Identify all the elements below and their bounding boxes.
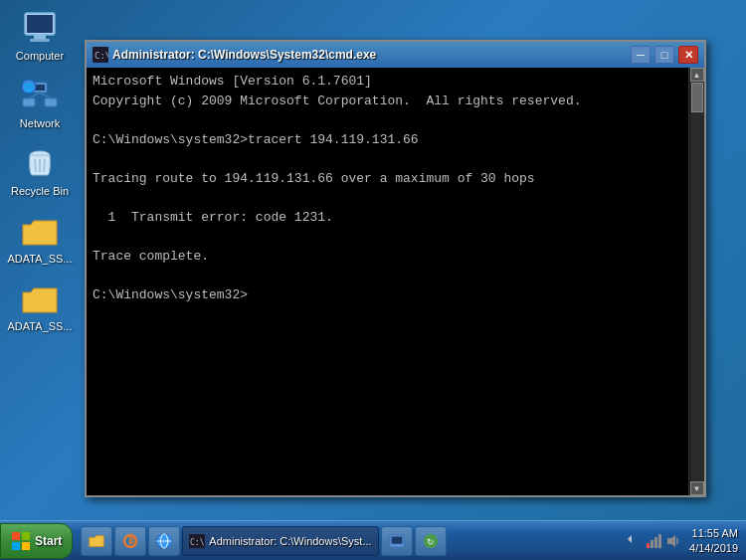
- taskbar-cmd-label: Administrator: C:\Windows\Syst...: [209, 535, 371, 547]
- tray-network-icon[interactable]: [646, 533, 661, 549]
- cmd-title: Administrator: C:\Windows\System32\cmd.e…: [112, 48, 627, 62]
- svg-rect-6: [23, 98, 35, 106]
- svg-rect-34: [647, 543, 650, 548]
- system-tray: 11:55 AM 4/14/2019: [618, 521, 746, 560]
- cmd-icon: C:\: [93, 47, 108, 63]
- scrollbar-down-button[interactable]: ▼: [690, 481, 704, 495]
- svg-rect-35: [651, 540, 653, 548]
- svg-rect-5: [35, 85, 45, 91]
- taskbar-app6[interactable]: ↻: [415, 526, 447, 556]
- scrollbar-track[interactable]: [690, 82, 704, 481]
- svg-line-13: [35, 159, 36, 172]
- system-clock[interactable]: 11:55 AM 4/14/2019: [689, 526, 738, 555]
- taskbar: Start: [0, 520, 746, 560]
- svg-line-15: [44, 159, 45, 172]
- taskbar-ie[interactable]: [148, 526, 180, 556]
- svg-text:↻: ↻: [427, 536, 435, 546]
- svg-marker-33: [628, 535, 632, 543]
- svg-rect-2: [34, 35, 46, 39]
- svg-rect-19: [22, 532, 30, 540]
- svg-rect-37: [658, 534, 661, 548]
- recycle-bin-icon[interactable]: Recycle Bin: [4, 143, 76, 197]
- close-button[interactable]: ✕: [678, 46, 698, 64]
- computer-icon[interactable]: Computer: [4, 8, 76, 62]
- svg-rect-30: [391, 536, 402, 543]
- recycle-bin-label: Recycle Bin: [11, 185, 69, 197]
- svg-marker-38: [667, 535, 675, 547]
- svg-text:🌐: 🌐: [24, 83, 34, 93]
- adata1-icon[interactable]: ADATA_SS...: [4, 211, 76, 265]
- svg-line-9: [40, 93, 51, 98]
- svg-rect-20: [12, 542, 20, 550]
- desktop: Computer 🌐 Network: [0, 0, 746, 560]
- cmd-body: Microsoft Windows [Version 6.1.7601] Cop…: [87, 68, 704, 495]
- cmd-window: C:\ Administrator: C:\Windows\System32\c…: [85, 40, 706, 497]
- start-label: Start: [35, 534, 62, 548]
- minimize-button[interactable]: ─: [631, 46, 651, 64]
- svg-rect-36: [654, 537, 657, 548]
- adata2-label: ADATA_SS...: [7, 320, 72, 332]
- scrollbar-up-button[interactable]: ▲: [690, 68, 704, 82]
- svg-text:C:\: C:\: [94, 51, 108, 61]
- start-button[interactable]: Start: [0, 523, 73, 559]
- tray-speaker-icon[interactable]: [665, 533, 681, 549]
- network-icon[interactable]: 🌐 Network: [4, 76, 76, 129]
- svg-rect-21: [22, 542, 30, 550]
- taskbar-app5[interactable]: [381, 526, 413, 556]
- clock-date: 4/14/2019: [689, 541, 738, 555]
- adata1-label: ADATA_SS...: [7, 253, 72, 265]
- cmd-output[interactable]: Microsoft Windows [Version 6.1.7601] Cop…: [87, 68, 688, 495]
- computer-label: Computer: [16, 50, 64, 62]
- desktop-icons-left: Computer 🌐 Network: [0, 0, 80, 354]
- svg-text:C:\: C:\: [190, 538, 205, 547]
- taskbar-apps: C:\ Administrator: C:\Windows\Syst... ↻: [77, 521, 618, 560]
- svg-rect-18: [12, 532, 20, 540]
- taskbar-explorer[interactable]: [81, 526, 112, 556]
- adata2-icon[interactable]: ADATA_SS...: [4, 279, 76, 332]
- cmd-titlebar: C:\ Administrator: C:\Windows\System32\c…: [87, 42, 704, 68]
- taskbar-cmd[interactable]: C:\ Administrator: C:\Windows\Syst...: [182, 526, 378, 556]
- svg-rect-3: [30, 39, 50, 42]
- maximize-button[interactable]: □: [654, 46, 674, 64]
- tray-arrow[interactable]: [626, 533, 642, 549]
- clock-time: 11:55 AM: [689, 526, 738, 540]
- svg-rect-7: [45, 98, 57, 106]
- network-label: Network: [20, 117, 60, 129]
- cmd-scrollbar[interactable]: ▲ ▼: [688, 68, 704, 495]
- scrollbar-thumb[interactable]: [691, 83, 703, 112]
- svg-rect-1: [27, 15, 53, 33]
- taskbar-firefox[interactable]: [114, 526, 146, 556]
